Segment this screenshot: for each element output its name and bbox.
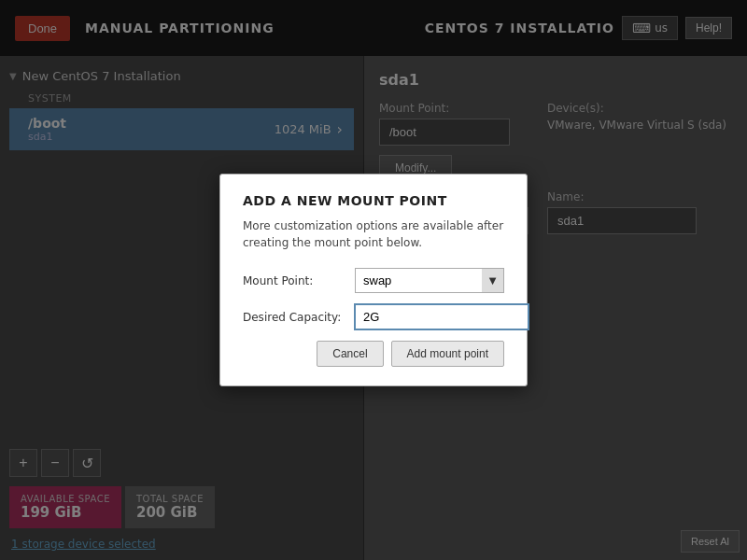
modal-mount-point-select[interactable]: swap / /boot /home /tmp /var /usr [355, 268, 504, 293]
cancel-button[interactable]: Cancel [317, 341, 383, 367]
add-mount-point-button[interactable]: Add mount point [391, 341, 504, 367]
modal-overlay: ADD A NEW MOUNT POINT More customization… [0, 0, 747, 560]
modal-capacity-field: Desired Capacity: [243, 304, 504, 329]
modal-description: More customization options are available… [243, 217, 504, 251]
modal-mount-point-label: Mount Point: [243, 274, 355, 287]
modal-buttons: Cancel Add mount point [243, 341, 504, 367]
modal-capacity-label: Desired Capacity: [243, 311, 355, 324]
modal-dialog: ADD A NEW MOUNT POINT More customization… [219, 174, 528, 386]
modal-mount-point-field: Mount Point: swap / /boot /home /tmp /va… [243, 268, 504, 293]
modal-capacity-input[interactable] [355, 304, 529, 329]
modal-mount-point-wrapper: swap / /boot /home /tmp /var /usr ▼ [355, 268, 504, 293]
modal-title: ADD A NEW MOUNT POINT [243, 193, 504, 208]
